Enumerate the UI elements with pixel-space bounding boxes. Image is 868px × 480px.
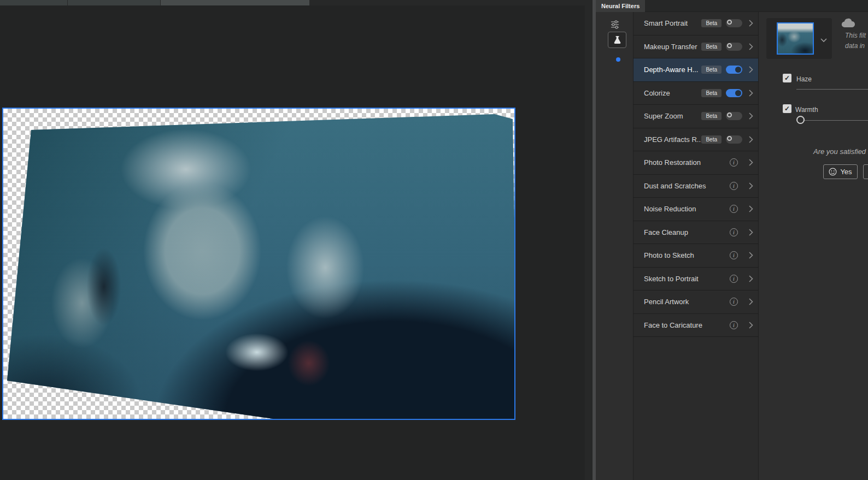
filter-toggle[interactable] (726, 135, 742, 144)
flask-icon (613, 35, 621, 44)
filter-row-13[interactable]: Face to Caricaturei (634, 314, 758, 337)
warmth-label: Warmth (795, 106, 818, 114)
filter-row-5[interactable]: JPEG Artifacts R...Beta (634, 128, 758, 152)
filter-row-6[interactable]: Photo Restorationi (634, 151, 758, 175)
preview-container (766, 18, 832, 59)
filter-row-12[interactable]: Pencil Artworki (634, 291, 758, 314)
tab-neural-filters[interactable]: Neural Filters (596, 0, 645, 12)
beta-badge: Beta (701, 135, 722, 144)
info-icon[interactable]: i (730, 205, 738, 213)
document-tab[interactable] (68, 0, 160, 5)
chevron-right-icon[interactable] (749, 66, 753, 73)
filter-row-11[interactable]: Sketch to Portraiti (634, 268, 758, 291)
info-icon[interactable]: i (730, 321, 738, 329)
filter-name: Face Cleanup (644, 228, 730, 236)
filter-name: Dust and Scratches (644, 182, 730, 190)
info-icon[interactable]: i (730, 158, 738, 167)
toggle-knob (735, 67, 741, 73)
info-icon[interactable]: i (730, 275, 738, 283)
filter-name: Noise Reduction (644, 205, 730, 213)
chevron-right-icon[interactable] (749, 298, 753, 305)
chevron-right-icon[interactable] (749, 205, 753, 212)
warmth-slider-knob[interactable] (796, 116, 805, 124)
chevron-right-icon[interactable] (749, 20, 753, 27)
info-icon[interactable]: i (730, 228, 738, 236)
chevron-down-icon[interactable] (820, 35, 827, 45)
chevron-right-icon[interactable] (749, 322, 753, 329)
warmth-checkbox[interactable]: ✓ (783, 104, 791, 113)
chevron-right-icon[interactable] (749, 229, 753, 236)
chevron-right-icon[interactable] (749, 182, 753, 189)
cloud-icon (841, 18, 855, 30)
chevron-right-icon[interactable] (749, 275, 753, 282)
filter-toggle[interactable] (726, 43, 742, 51)
beta-badge: Beta (701, 43, 722, 51)
filter-name: Pencil Artwork (644, 298, 730, 306)
filter-name: Makeup Transfer (644, 43, 701, 51)
beta-badge: Beta (701, 89, 722, 97)
warmth-slider-track[interactable] (796, 120, 868, 121)
layer-bounds-box[interactable] (2, 108, 515, 420)
filter-name: Sketch to Portrait (644, 275, 730, 283)
info-icon[interactable]: i (730, 251, 738, 259)
filter-row-4[interactable]: Super ZoomBeta (634, 105, 758, 128)
filter-name: Smart Portrait (644, 19, 701, 27)
beta-flask-icon-button[interactable] (608, 32, 626, 48)
beta-badge: Beta (701, 112, 722, 120)
filter-detail-pane: This filt data in ✓ Haze ✓ Warmth Are yo… (758, 12, 868, 480)
filter-name: Colorize (644, 89, 701, 97)
chevron-right-icon[interactable] (749, 252, 753, 259)
photo-layer[interactable] (3, 109, 514, 419)
haze-checkbox[interactable]: ✓ (783, 74, 791, 82)
canvas-area[interactable] (0, 5, 585, 480)
filter-row-9[interactable]: Face Cleanupi (634, 221, 758, 245)
toggle-knob (727, 112, 732, 117)
filter-name: Face to Caricature (644, 321, 730, 329)
chevron-right-icon[interactable] (749, 136, 753, 143)
toggle-knob (727, 20, 732, 25)
cloud-note-line1: This filt (845, 31, 866, 41)
chevron-right-icon[interactable] (749, 90, 753, 97)
info-icon[interactable]: i (730, 182, 738, 190)
filter-row-8[interactable]: Noise Reductioni (634, 198, 758, 221)
chevron-right-icon[interactable] (749, 43, 753, 50)
feedback-no-button-clipped[interactable] (863, 164, 868, 179)
toggle-knob (735, 90, 741, 96)
photoshop-window: Neural Filters (0, 0, 868, 480)
filter-toggle[interactable] (726, 66, 742, 74)
filter-name: Depth-Aware H... (644, 66, 701, 74)
chevron-right-icon[interactable] (749, 159, 753, 166)
filter-toggle[interactable] (726, 19, 742, 27)
haze-label: Haze (796, 75, 812, 83)
filter-row-7[interactable]: Dust and Scratchesi (634, 175, 758, 198)
beta-badge: Beta (701, 66, 722, 74)
chevron-right-icon[interactable] (749, 112, 753, 120)
cloud-note-line2: data in (845, 41, 866, 51)
cloud-processing-note: This filt data in (845, 31, 866, 51)
document-tab[interactable] (0, 0, 67, 5)
all-filters-icon[interactable] (609, 19, 620, 30)
filter-name: Super Zoom (644, 112, 701, 120)
filter-row-2[interactable]: Depth-Aware H...Beta (634, 58, 758, 82)
filter-name: JPEG Artifacts R... (644, 135, 701, 144)
filter-list: Smart PortraitBetaMakeup TransferBetaDep… (633, 12, 758, 480)
panel-tabbar: Neural Filters (596, 0, 868, 12)
filter-row-0[interactable]: Smart PortraitBeta (634, 12, 758, 35)
document-tab-strip (0, 0, 585, 5)
neural-filters-panel: Neural Filters (596, 0, 868, 480)
info-icon[interactable]: i (730, 298, 738, 306)
filter-toggle[interactable] (726, 89, 742, 97)
beta-badge: Beta (701, 19, 722, 27)
filter-row-1[interactable]: Makeup TransferBeta (634, 35, 758, 59)
feedback-yes-button[interactable]: Yes (823, 164, 858, 179)
toggle-knob (727, 43, 732, 48)
preview-thumbnail[interactable] (777, 22, 814, 55)
filter-row-10[interactable]: Photo to Sketchi (634, 244, 758, 268)
haze-slider-track[interactable] (796, 89, 868, 90)
filter-toggle[interactable] (726, 112, 742, 120)
feedback-question: Are you satisfied w (813, 147, 868, 156)
document-tab-active[interactable] (161, 0, 309, 5)
filter-row-3[interactable]: ColorizeBeta (634, 82, 758, 105)
notification-dot (616, 57, 620, 62)
toggle-knob (727, 136, 732, 141)
